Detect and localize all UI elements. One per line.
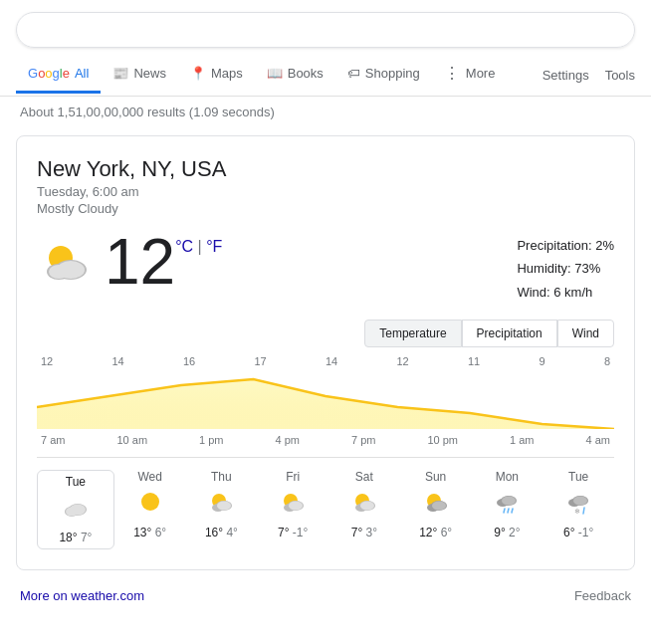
weather-card: New York, NY, USA Tuesday, 6:00 am Mostl…	[16, 135, 635, 570]
fri-icon	[257, 488, 328, 522]
weather-left: 12 °C | °F	[37, 230, 517, 294]
weather-main: 12 °C | °F Precipitation: 2% Humidity: 7…	[37, 230, 614, 304]
humidity-info: Humidity: 73%	[517, 257, 614, 280]
feedback-link[interactable]: Feedback	[574, 588, 631, 603]
tue1-icon	[40, 493, 111, 527]
weather-unit: °C | °F	[175, 238, 222, 256]
maps-icon: 📍	[190, 66, 206, 81]
more-weather-link[interactable]: More on weather.com	[20, 588, 144, 603]
nav-settings: Settings Tools	[542, 68, 635, 83]
weather-date: Tuesday, 6:00 am	[37, 184, 614, 199]
mon-icon	[472, 488, 543, 522]
search-bar-wrapper: weather new york city	[0, 0, 651, 48]
tab-more-label: More	[466, 66, 496, 81]
tab-wind[interactable]: Wind	[557, 320, 614, 347]
sat-icon	[328, 488, 400, 522]
tab-news-label: News	[133, 66, 166, 81]
svg-line-35	[504, 509, 505, 513]
weather-temperature: 12	[105, 230, 175, 294]
weather-condition: Mostly Cloudy	[37, 201, 614, 216]
news-icon: 📰	[112, 66, 128, 81]
thu-icon	[186, 488, 258, 522]
forecast-sat[interactable]: Sat 7° 3°	[328, 470, 400, 549]
more-icon: ⋮	[444, 64, 461, 83]
svg-line-41	[583, 508, 584, 514]
weather-location: New York, NY, USA	[37, 156, 614, 182]
weather-right: Precipitation: 2% Humidity: 73% Wind: 6 …	[517, 230, 614, 304]
chart-temps: 12 14 16 17 14 12 11 9 8	[37, 355, 614, 367]
hourly-chart: 12 14 16 17 14 12 11 9 8 7 am 1	[37, 355, 614, 445]
tab-maps-label: Maps	[211, 66, 243, 81]
svg-point-14	[66, 508, 78, 517]
shopping-icon: 🏷	[347, 66, 360, 81]
unit-f[interactable]: °F	[206, 238, 222, 255]
tab-shopping[interactable]: 🏷 Shopping	[335, 56, 432, 94]
results-count: About 1,51,00,00,000 results (1.09 secon…	[20, 105, 275, 119]
tab-maps[interactable]: 📍 Maps	[178, 56, 255, 94]
chart-times: 7 am 10 am 1 pm 4 pm 7 pm 10 pm 1 am 4 a…	[37, 434, 614, 446]
tab-more[interactable]: ⋮ More	[432, 54, 508, 96]
svg-line-37	[512, 509, 513, 513]
forecast-sun[interactable]: Sun 12° 6°	[400, 470, 472, 549]
forecast-fri[interactable]: Fri 7° -1°	[257, 470, 328, 549]
svg-point-15	[141, 493, 159, 511]
svg-point-31	[432, 502, 446, 511]
unit-separator: |	[198, 238, 202, 255]
forecast-tue-2[interactable]: Tue ❄ 6° -1°	[542, 470, 614, 549]
tab-books[interactable]: 📖 Books	[255, 56, 335, 94]
tab-news[interactable]: 📰 News	[101, 56, 178, 94]
tab-all[interactable]: Google All	[16, 56, 101, 94]
svg-line-36	[508, 509, 509, 513]
svg-point-27	[360, 502, 374, 511]
books-icon: 📖	[267, 66, 283, 81]
tab-all-label: All	[75, 66, 89, 81]
settings-link[interactable]: Settings	[542, 68, 589, 83]
tab-temperature[interactable]: Temperature	[364, 320, 461, 347]
svg-point-34	[502, 497, 516, 506]
search-bar: weather new york city	[16, 12, 635, 48]
forecast-wed[interactable]: Wed 13° 6°	[114, 470, 186, 549]
weather-condition-icon	[37, 232, 97, 292]
search-icons	[608, 22, 620, 38]
wed-icon	[114, 488, 186, 522]
tools-link[interactable]: Tools	[605, 68, 635, 83]
sun-icon	[400, 488, 472, 522]
forecast-thu[interactable]: Thu 16° 4°	[186, 470, 258, 549]
svg-text:❄: ❄	[574, 508, 580, 515]
svg-point-19	[217, 502, 231, 511]
forecast-tue-1[interactable]: Tue 18° 7°	[37, 470, 114, 549]
daily-forecast: Tue 18° 7° Wed 13° 6° Thu	[37, 457, 614, 549]
unit-c[interactable]: °C	[175, 238, 193, 255]
tue2-icon: ❄	[542, 488, 614, 522]
search-input[interactable]: weather new york city	[31, 21, 608, 39]
results-info: About 1,51,00,00,000 results (1.09 secon…	[0, 97, 651, 127]
forecast-mon[interactable]: Mon 9° 2°	[472, 470, 543, 549]
tab-precipitation[interactable]: Precipitation	[462, 320, 557, 347]
precipitation-info: Precipitation: 2%	[517, 234, 614, 257]
weather-tabs: Temperature Precipitation Wind	[37, 320, 614, 347]
all-icon: Google	[28, 66, 70, 81]
weather-temp-display: 12 °C | °F	[105, 230, 222, 294]
tab-shopping-label: Shopping	[365, 66, 420, 81]
svg-point-23	[289, 502, 303, 511]
footer-row: More on weather.com Feedback	[0, 578, 651, 613]
wind-info: Wind: 6 km/h	[517, 281, 614, 304]
svg-point-9	[49, 265, 69, 279]
temperature-chart-svg	[37, 369, 614, 429]
svg-point-40	[573, 497, 587, 506]
nav-tabs: Google All 📰 News 📍 Maps 📖 Books 🏷 Shopp…	[0, 48, 651, 97]
tab-books-label: Books	[288, 66, 324, 81]
